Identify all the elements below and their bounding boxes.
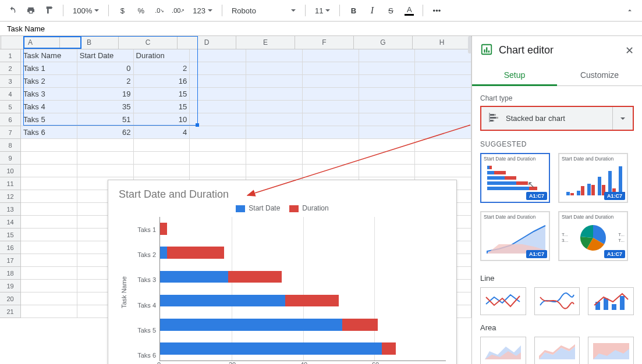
cell[interactable] xyxy=(21,229,77,241)
cell[interactable]: 19 xyxy=(77,88,134,101)
cell[interactable]: Taks 4 xyxy=(21,101,77,113)
column-header[interactable]: A xyxy=(1,36,60,49)
cell[interactable] xyxy=(415,62,471,75)
row-header[interactable]: 13 xyxy=(0,203,21,216)
cell[interactable]: 62 xyxy=(77,126,134,139)
column-header[interactable]: B xyxy=(60,36,119,49)
strike-button[interactable]: S xyxy=(383,3,398,18)
cell[interactable] xyxy=(77,165,134,177)
cell[interactable] xyxy=(359,75,416,88)
cell[interactable]: 0 xyxy=(77,62,134,75)
cell[interactable]: 16 xyxy=(134,75,190,88)
cell[interactable] xyxy=(415,75,471,88)
cell[interactable] xyxy=(190,113,246,126)
cell[interactable] xyxy=(303,126,359,139)
cell[interactable] xyxy=(359,152,416,165)
cell[interactable] xyxy=(21,292,77,305)
cell[interactable] xyxy=(303,101,359,113)
format-dec-increase[interactable]: .00↗ xyxy=(171,3,186,18)
more-toolbar-button[interactable]: ••• xyxy=(429,3,444,18)
cell[interactable] xyxy=(134,165,190,177)
cell[interactable]: 4 xyxy=(134,126,190,139)
row-header[interactable]: 7 xyxy=(0,126,21,139)
cell[interactable] xyxy=(21,152,77,165)
cell[interactable] xyxy=(359,88,416,101)
chart-type-dropdown-button[interactable] xyxy=(612,107,633,130)
cell[interactable] xyxy=(190,126,246,139)
row-header[interactable]: 5 xyxy=(0,101,21,113)
cell[interactable] xyxy=(190,101,246,113)
chart-type-area[interactable] xyxy=(480,337,526,364)
cell[interactable] xyxy=(303,88,359,101)
cell[interactable] xyxy=(21,305,77,318)
text-color-button[interactable]: A xyxy=(402,3,417,18)
row-header[interactable]: 9 xyxy=(0,152,21,165)
chart-type-line[interactable] xyxy=(480,287,526,315)
cell[interactable] xyxy=(134,139,190,152)
row-header[interactable]: 2 xyxy=(0,62,21,75)
row-header[interactable]: 14 xyxy=(0,216,21,229)
suggested-chart-stacked-area[interactable]: Start Date and Duration A1:C7 xyxy=(480,211,550,261)
chart-type-smooth-line[interactable] xyxy=(534,287,580,315)
column-header[interactable]: D xyxy=(178,36,236,49)
font-combo[interactable]: Roboto xyxy=(228,3,299,18)
row-header[interactable]: 6 xyxy=(0,113,21,126)
paint-format-button[interactable] xyxy=(42,3,57,18)
cell[interactable] xyxy=(246,126,303,139)
cell[interactable] xyxy=(21,280,77,292)
cell[interactable] xyxy=(21,216,77,229)
cell[interactable] xyxy=(359,113,416,126)
format-percent[interactable]: % xyxy=(133,3,148,18)
cell[interactable]: 10 xyxy=(134,113,190,126)
cell[interactable] xyxy=(21,203,77,216)
cell[interactable] xyxy=(190,165,246,177)
column-header[interactable]: F xyxy=(295,36,354,49)
column-header[interactable]: G xyxy=(354,36,413,49)
cell[interactable] xyxy=(359,101,416,113)
cell[interactable] xyxy=(303,165,359,177)
cell[interactable]: 51 xyxy=(77,113,134,126)
cell[interactable] xyxy=(134,152,190,165)
cell[interactable] xyxy=(21,139,77,152)
cell[interactable] xyxy=(190,139,246,152)
cell[interactable] xyxy=(21,165,77,177)
cell[interactable] xyxy=(415,139,471,152)
row-header[interactable]: 1 xyxy=(0,49,21,62)
cell[interactable]: Duration xyxy=(134,49,190,62)
bold-button[interactable]: B xyxy=(346,3,361,18)
cell[interactable]: Start Date xyxy=(77,49,134,62)
cell[interactable] xyxy=(359,62,416,75)
cell[interactable]: Taks 6 xyxy=(21,126,77,139)
cell[interactable] xyxy=(303,113,359,126)
cell[interactable] xyxy=(303,62,359,75)
cell[interactable]: Task Name xyxy=(21,49,77,62)
tab-customize[interactable]: Customize xyxy=(557,65,642,85)
cell[interactable] xyxy=(246,88,303,101)
cell[interactable] xyxy=(77,139,134,152)
row-header[interactable]: 20 xyxy=(0,292,21,305)
cell[interactable] xyxy=(303,49,359,62)
row-header[interactable]: 19 xyxy=(0,280,21,292)
row-header[interactable]: 18 xyxy=(0,267,21,280)
format-currency[interactable]: $ xyxy=(115,3,130,18)
cell[interactable] xyxy=(21,267,77,280)
cell[interactable] xyxy=(246,101,303,113)
close-panel-button[interactable]: ✕ xyxy=(625,44,634,57)
cell[interactable] xyxy=(246,165,303,177)
chart-type-100pct-area[interactable] xyxy=(588,337,634,364)
row-header[interactable]: 4 xyxy=(0,88,21,101)
cell[interactable] xyxy=(246,75,303,88)
cell[interactable] xyxy=(21,254,77,267)
cell[interactable] xyxy=(190,75,246,88)
zoom-combo[interactable]: 100% xyxy=(69,3,102,18)
cell[interactable] xyxy=(359,139,416,152)
collapse-toolbar-button[interactable] xyxy=(622,3,637,18)
cell[interactable] xyxy=(415,101,471,113)
cell[interactable] xyxy=(359,126,416,139)
cell[interactable] xyxy=(415,126,471,139)
cell[interactable] xyxy=(21,241,77,254)
cell[interactable] xyxy=(303,139,359,152)
cell[interactable] xyxy=(190,88,246,101)
row-header[interactable]: 21 xyxy=(0,305,21,318)
cell[interactable] xyxy=(190,152,246,165)
